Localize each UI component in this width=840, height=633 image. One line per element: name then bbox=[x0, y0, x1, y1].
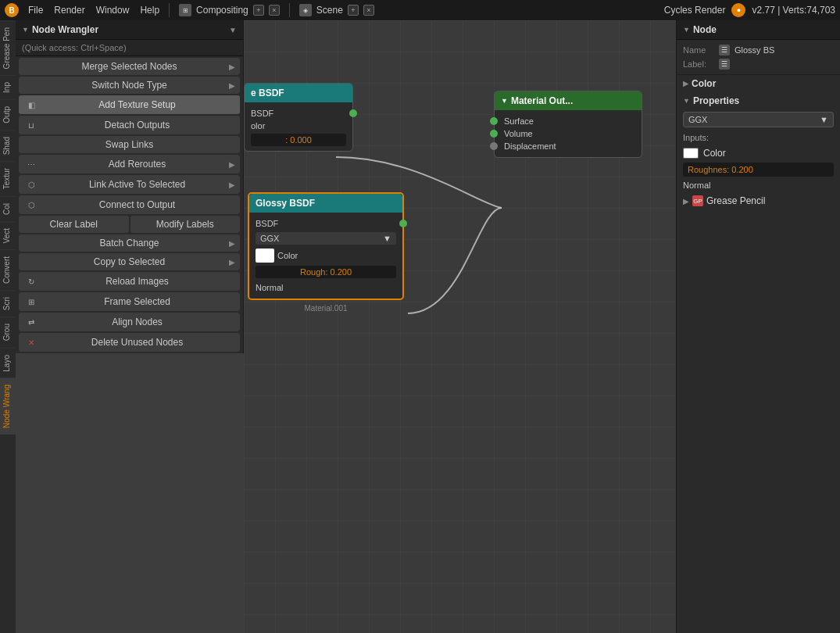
displacement-label: Displacement bbox=[504, 141, 556, 151]
displacement-input-socket[interactable] bbox=[490, 142, 498, 150]
area-compositing-close[interactable]: × bbox=[269, 5, 280, 16]
properties-section-header[interactable]: Properties bbox=[677, 92, 840, 109]
glossy-top-node[interactable]: e BSDF BSDF olor : 0.000 bbox=[244, 83, 353, 152]
material-output-node[interactable]: ▼ Material Out... Surface Volume Displac… bbox=[494, 91, 642, 158]
top-bar: B File Render Window Help ⊞ Compositing … bbox=[0, 0, 840, 20]
surface-row: Surface bbox=[501, 115, 635, 127]
glossy-bottom-node[interactable]: Glossy BSDF BSDF GGX ▼ Color Rough: 0.20… bbox=[248, 192, 404, 300]
add-texture-button[interactable]: ◧ Add Texture Setup bbox=[19, 95, 240, 114]
link-active-button[interactable]: ⬡ Link Active To Selected ▶ bbox=[19, 175, 240, 194]
batch-arrow-icon: ▶ bbox=[229, 239, 235, 248]
nw-collapse-btn[interactable]: ▼ bbox=[229, 26, 237, 34]
label-row: Label: ☰ bbox=[683, 57, 834, 71]
nw-subtitle: (Quick access: Ctrl+Space) bbox=[16, 40, 243, 56]
color-input-row: Color bbox=[677, 145, 840, 161]
material-out-title: Material Out... bbox=[511, 95, 573, 106]
add-reroutes-button[interactable]: ⋯ Add Reroutes ▶ bbox=[19, 155, 240, 173]
reload-images-button[interactable]: ↻ Reload Images bbox=[19, 272, 240, 291]
bsdf-label: BSDF bbox=[251, 109, 273, 118]
ggx-arrow-icon: ▼ bbox=[383, 234, 391, 243]
version-info: v2.77 | Verts:74,703 bbox=[752, 5, 835, 16]
glossy-bsdf-output-socket[interactable] bbox=[399, 220, 407, 227]
reroute-icon: ⋯ bbox=[25, 158, 38, 170]
tab-grease-pen[interactable]: Grease Pen bbox=[0, 20, 16, 75]
top-menu: File Render Window Help bbox=[28, 5, 159, 16]
modify-labels-button[interactable]: Modify Labels bbox=[130, 216, 241, 233]
name-icon: ☰ bbox=[719, 45, 730, 55]
tab-scri[interactable]: Scri bbox=[0, 290, 16, 316]
glossy-bottom-header: Glossy BSDF bbox=[249, 194, 402, 213]
ggx-dropdown[interactable]: GGX ▼ bbox=[256, 232, 396, 245]
tab-convert[interactable]: Convert bbox=[0, 249, 16, 290]
tab-grou[interactable]: Grou bbox=[0, 316, 16, 347]
distribution-arrow-icon: ▼ bbox=[820, 115, 828, 124]
connect-output-button[interactable]: ⬡ Connect to Output bbox=[19, 195, 240, 214]
surface-label: Surface bbox=[504, 116, 534, 126]
roughness-input-field[interactable]: Roughnes: 0.200 bbox=[683, 163, 834, 177]
left-tabs: Grease Pen Inp Outp Shad Textur Col Vect… bbox=[0, 20, 16, 633]
area-scene-close[interactable]: × bbox=[363, 5, 374, 16]
volume-row: Volume bbox=[501, 127, 635, 140]
nw-header: Node Wrangler ▼ bbox=[16, 20, 243, 40]
area-scene-icon: ◈ bbox=[299, 4, 312, 16]
name-section: Name ☰ Glossy BS Label: ☰ bbox=[677, 40, 840, 75]
value-field: : 0.000 bbox=[251, 134, 346, 146]
color-section-header[interactable]: Color bbox=[677, 75, 840, 92]
normal-row: Normal bbox=[256, 281, 396, 294]
detach-outputs-button[interactable]: ⊔ Detach Outputs bbox=[19, 116, 240, 134]
tab-textur[interactable]: Textur bbox=[0, 161, 16, 195]
grease-pencil-row: ▶ GP Grease Pencil bbox=[677, 192, 840, 209]
clear-label-button[interactable]: Clear Label bbox=[19, 216, 129, 233]
roughness-field: Rough: 0.200 bbox=[256, 266, 396, 278]
glossy-bottom-title: Glossy BSDF bbox=[256, 198, 315, 209]
tab-col[interactable]: Col bbox=[0, 196, 16, 221]
swap-links-button[interactable]: Swap Links bbox=[19, 136, 240, 153]
area-scene-title: Scene bbox=[316, 5, 343, 16]
grease-pencil-icon: GP bbox=[692, 195, 703, 206]
color-input-swatch bbox=[683, 148, 699, 159]
delete-unused-button[interactable]: ✕ Delete Unused Nodes bbox=[19, 333, 240, 352]
tab-node-wrang[interactable]: Node Wrang bbox=[0, 377, 16, 435]
expand-icon: ▶ bbox=[683, 197, 689, 206]
tab-inp[interactable]: Inp bbox=[0, 75, 16, 99]
area-compositing-title: Compositing bbox=[196, 5, 248, 16]
distribution-dropdown[interactable]: GGX ▼ bbox=[683, 112, 834, 127]
color-swatch bbox=[256, 249, 274, 263]
color-row: Color bbox=[256, 247, 396, 264]
render-engine[interactable]: Cycles Render bbox=[664, 5, 726, 16]
align-icon: ⇄ bbox=[25, 316, 38, 328]
glossy-top-body: BSDF olor : 0.000 bbox=[245, 102, 352, 151]
link-icon: ⬡ bbox=[25, 178, 38, 191]
footer-label: Material.001 bbox=[304, 304, 347, 313]
area-compositing-plus[interactable]: + bbox=[253, 5, 264, 16]
glossy-bsdf-label: BSDF bbox=[256, 219, 278, 228]
align-nodes-button[interactable]: ⇄ Align Nodes bbox=[19, 313, 240, 331]
tab-shad[interactable]: Shad bbox=[0, 130, 16, 161]
switch-arrow-icon: ▶ bbox=[229, 81, 235, 90]
main-compositing-area[interactable]: e BSDF BSDF olor : 0.000 ▼ Material Out.… bbox=[244, 20, 676, 633]
volume-input-socket[interactable] bbox=[490, 130, 498, 138]
glossy-bsdf-row: BSDF bbox=[256, 217, 396, 230]
switch-node-button[interactable]: Switch Node Type ▶ bbox=[19, 77, 240, 94]
frame-selected-button[interactable]: ⊞ Frame Selected bbox=[19, 292, 240, 311]
bsdf-output-socket[interactable] bbox=[349, 109, 357, 117]
glossy-top-header: e BSDF bbox=[245, 84, 352, 102]
tab-vect[interactable]: Vect bbox=[0, 221, 16, 249]
menu-window[interactable]: Window bbox=[96, 5, 130, 16]
label-row: Clear Label Modify Labels bbox=[19, 216, 240, 233]
menu-file[interactable]: File bbox=[28, 5, 43, 16]
color-label: olor bbox=[251, 121, 265, 131]
menu-render[interactable]: Render bbox=[54, 5, 84, 16]
color-label2: Color bbox=[277, 251, 298, 260]
menu-help[interactable]: Help bbox=[140, 5, 159, 16]
surface-input-socket[interactable] bbox=[490, 117, 498, 125]
area-scene-plus[interactable]: + bbox=[348, 5, 359, 16]
tab-outp[interactable]: Outp bbox=[0, 99, 16, 130]
copy-to-selected-button[interactable]: Copy to Selected ▶ bbox=[19, 253, 240, 270]
separator bbox=[169, 3, 170, 17]
right-panel: Node Name ☰ Glossy BS Label: ☰ Color Pro… bbox=[676, 20, 840, 633]
tab-layo[interactable]: Layo bbox=[0, 348, 16, 378]
link-arrow-icon: ▶ bbox=[229, 181, 235, 189]
batch-change-button[interactable]: Batch Change ▶ bbox=[19, 234, 240, 252]
merge-selected-button[interactable]: Merge Selected Nodes ▶ bbox=[19, 58, 240, 75]
